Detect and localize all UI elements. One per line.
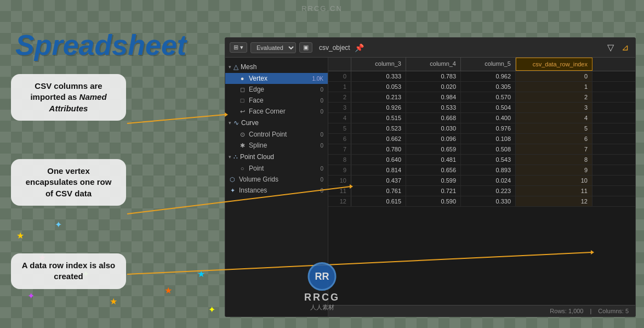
vertex-label: Vertex (249, 75, 267, 82)
cell-row-idx: 9 (328, 165, 351, 175)
header-index (328, 58, 351, 71)
tree-item-instances[interactable]: ✦ Instances 0 (225, 185, 328, 196)
cell-col4: 0.668 (406, 113, 461, 123)
cell-csv-idx: 8 (516, 155, 592, 165)
point-cloud-label: Point Cloud (240, 153, 274, 161)
tree-group-point-cloud[interactable]: ▾ ∴ Point Cloud (225, 151, 328, 163)
face-label: Face (249, 97, 264, 104)
edge-badge: 0 (320, 87, 323, 93)
object-type-button[interactable]: ▣ (299, 42, 312, 53)
face-corner-icon: ↩ (238, 108, 246, 115)
cell-row-idx: 11 (328, 186, 351, 196)
cell-col3: 0.640 (351, 155, 406, 165)
filename-label: csv_object (319, 44, 350, 52)
vertex-badge: 1.0K (312, 76, 323, 82)
particle: ★ (110, 296, 117, 307)
cell-csv-idx: 9 (516, 165, 592, 175)
face-icon: □ (238, 97, 246, 104)
callout-row-index: A data row index is also created (11, 253, 126, 289)
cell-csv-idx: 6 (516, 134, 592, 144)
cell-csv-idx: 0 (516, 71, 592, 81)
header-col4: column_4 (406, 58, 461, 71)
cell-row-idx: 5 (328, 123, 351, 133)
table-row: 1 0.053 0.020 0.305 1 (328, 82, 635, 92)
callout-3-text: A data row index is also created (22, 261, 115, 281)
cell-col5: 0.108 (461, 134, 516, 144)
layout-button[interactable]: ⊞ ▾ (230, 42, 247, 53)
cell-col5: 0.400 (461, 113, 516, 123)
spline-badge: 0 (320, 143, 323, 149)
curve-type-icon: ∿ (233, 119, 239, 127)
cell-col4: 0.783 (406, 71, 461, 81)
table-row: 10 0.437 0.599 0.024 10 (328, 176, 635, 186)
control-point-badge: 0 (320, 132, 323, 138)
particle: ★ (16, 230, 24, 241)
sheet-footer: Rows: 1,000 | Columns: 5 (328, 305, 635, 316)
cell-row-idx: 12 (328, 196, 351, 206)
cell-row-idx: 0 (328, 71, 351, 81)
cell-col4: 0.533 (406, 103, 461, 112)
layout-chevron: ▾ (240, 44, 243, 51)
particle: ★ (164, 285, 172, 296)
funnel-icon[interactable]: ⊿ (619, 41, 631, 54)
layout-icon: ⊞ (233, 44, 238, 51)
cell-row-idx: 7 (328, 144, 351, 154)
tree-group-curve[interactable]: ▾ ∿ Curve (225, 117, 328, 129)
bottom-watermark: RR RRCG 人人素材 (304, 262, 340, 312)
cell-col4: 0.599 (406, 176, 461, 185)
cell-col3: 0.662 (351, 134, 406, 144)
filter-icon[interactable]: ▽ (605, 41, 616, 54)
cell-row-idx: 2 (328, 92, 351, 102)
cell-col5: 0.330 (461, 196, 516, 206)
cell-csv-idx: 10 (516, 176, 592, 185)
cell-col4: 0.481 (406, 155, 461, 165)
cell-col3: 0.780 (351, 144, 406, 154)
brand-text: RRCG (304, 292, 340, 303)
tree-group-mesh[interactable]: ▾ △ Mesh (225, 61, 328, 73)
cell-csv-idx: 12 (516, 196, 592, 206)
header-col3: column_3 (351, 58, 406, 71)
tree-item-vertex[interactable]: ● Vertex 1.0K (225, 73, 328, 84)
table-row: 11 0.761 0.721 0.223 11 (328, 186, 635, 196)
table-row: 5 0.523 0.030 0.976 5 (328, 123, 635, 134)
table-row: 4 0.515 0.668 0.400 4 (328, 113, 635, 123)
point-label: Point (249, 165, 264, 172)
vertex-icon: ● (238, 75, 246, 82)
cell-col5: 0.504 (461, 103, 516, 112)
tree-item-control-point[interactable]: ⊙ Control Point 0 (225, 129, 328, 140)
cell-col3: 0.615 (351, 196, 406, 206)
particle: ✦ (208, 304, 215, 315)
particle: ★ (197, 269, 205, 279)
face-corner-label: Face Corner (249, 108, 286, 115)
point-cloud-type-icon: ∴ (233, 153, 238, 161)
mode-select[interactable]: Evaluated Original (250, 42, 296, 53)
point-cloud-chevron: ▾ (229, 154, 231, 160)
logo-circle: RR (308, 262, 337, 291)
cell-col3: 0.515 (351, 113, 406, 123)
cell-csv-idx: 5 (516, 123, 592, 133)
tree-item-point[interactable]: ○ Point 0 (225, 163, 328, 174)
point-badge: 0 (320, 166, 323, 172)
spreadsheet-panel: ⊞ ▾ Evaluated Original ▣ csv_object 📌 ▽ … (225, 37, 636, 317)
instances-icon: ✦ (229, 187, 236, 194)
table-row: 7 0.780 0.659 0.508 7 (328, 144, 635, 155)
cell-col3: 0.333 (351, 71, 406, 81)
columns-count: Columns: 5 (598, 308, 629, 314)
tree-item-edge[interactable]: ◻ Edge 0 (225, 84, 328, 95)
tree-item-face[interactable]: □ Face 0 (225, 95, 328, 106)
cell-col4: 0.984 (406, 92, 461, 102)
header-csv-index: csv_data_row_index (516, 58, 592, 71)
face-badge: 0 (320, 98, 323, 104)
sub-text: 人人素材 (310, 303, 334, 312)
cell-row-idx: 8 (328, 155, 351, 165)
tree-item-face-corner[interactable]: ↩ Face Corner 0 (225, 106, 328, 117)
curve-chevron: ▾ (229, 120, 231, 126)
rows-count: Rows: 1,000 (550, 308, 583, 314)
logo-text: RR (315, 271, 329, 282)
table-row: 12 0.615 0.590 0.330 12 (328, 196, 635, 207)
tree-item-volume-grids[interactable]: ⬡ Volume Grids 0 (225, 174, 328, 185)
cell-col3: 0.761 (351, 186, 406, 196)
tree-item-spline[interactable]: ✱ Spline 0 (225, 140, 328, 151)
table-row: 2 0.213 0.984 0.570 2 (328, 92, 635, 103)
cell-csv-idx: 7 (516, 144, 592, 154)
